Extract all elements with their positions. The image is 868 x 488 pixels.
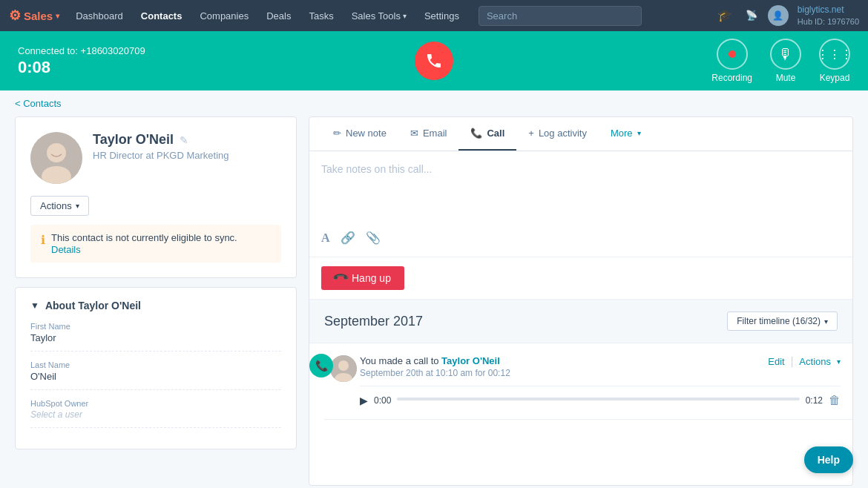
new-note-icon: ✏ — [333, 128, 341, 139]
nav-brand[interactable]: ⚙ Sales ▾ — [9, 7, 59, 24]
hang-up-phone-icon: 📞 — [332, 269, 349, 286]
sprocket-icon: ⚙ — [9, 7, 21, 24]
actions-button[interactable]: Actions ▾ — [30, 196, 89, 216]
keypad-control[interactable]: ⋮⋮⋮ Keypad — [819, 39, 850, 83]
field-hubspot-owner: HubSpot Owner Select a user — [30, 399, 281, 428]
tab-call[interactable]: 📞 Call — [458, 117, 516, 151]
timeline-edit-link[interactable]: Edit — [768, 356, 784, 367]
link-icon[interactable]: 🔗 — [341, 231, 355, 245]
hangup-button[interactable] — [415, 42, 453, 80]
keypad-label: Keypad — [820, 73, 850, 83]
tabs: ✏ New note ✉ Email 📞 Call + Log activity… — [309, 117, 852, 151]
hang-up-row: 📞 Hang up — [309, 257, 852, 300]
mute-control[interactable]: 🎙 Mute — [770, 39, 801, 83]
contact-name: Taylor O'Neil — [93, 132, 174, 148]
hang-up-button[interactable]: 📞 Hang up — [321, 266, 404, 290]
timeline-item-text: You made a call to Taylor O'Neil — [360, 355, 768, 366]
contact-info: Taylor O'Neil ✎ HR Director at PKGD Mark… — [93, 132, 281, 161]
note-textarea[interactable] — [321, 163, 841, 222]
tab-log-activity[interactable]: + Log activity — [516, 117, 599, 151]
nav-dashboard[interactable]: Dashboard — [68, 7, 131, 24]
contact-name-row: Taylor O'Neil ✎ — [93, 132, 281, 148]
audio-progress-container[interactable] — [397, 398, 799, 403]
sync-details-link[interactable]: Details — [51, 244, 81, 255]
contact-header: Taylor O'Neil ✎ HR Director at PKGD Mark… — [30, 132, 281, 184]
broadcast-icon[interactable]: 📡 — [741, 5, 762, 26]
nav-search-container — [479, 6, 642, 26]
timeline-month-label: September 2017 — [324, 314, 423, 329]
keypad-icon: ⋮⋮⋮ — [819, 39, 850, 70]
nav-contacts[interactable]: Contacts — [134, 7, 190, 24]
info-icon: ℹ — [41, 233, 45, 247]
recording-label: Recording — [711, 73, 752, 83]
nav-companies[interactable]: Companies — [192, 7, 256, 24]
call-phone: +18603020709 — [81, 45, 145, 56]
timeline-item-avatar — [330, 355, 357, 382]
last-name-value: O'Neil — [30, 371, 281, 382]
breadcrumb: < Contacts — [0, 90, 868, 116]
contact-avatar — [30, 132, 82, 184]
graduation-icon[interactable]: 🎓 — [714, 5, 735, 26]
about-header[interactable]: ▼ About Taylor O'Neil — [30, 300, 281, 311]
recording-dot — [729, 50, 736, 58]
about-chevron-icon: ▼ — [30, 300, 39, 311]
note-area: A 🔗 📎 — [309, 151, 852, 257]
field-first-name: First Name Taylor — [30, 322, 281, 352]
top-nav: ⚙ Sales ▾ Dashboard Contacts Companies D… — [0, 0, 868, 31]
email-icon: ✉ — [410, 128, 418, 139]
tab-more[interactable]: More ▾ — [599, 117, 653, 151]
timeline-item: You made a call to Taylor O'Neil Septemb… — [324, 343, 852, 420]
contact-card: Taylor O'Neil ✎ HR Director at PKGD Mark… — [15, 116, 297, 278]
audio-end-time: 0:12 — [806, 395, 823, 406]
sales-tools-chevron-icon: ▾ — [403, 12, 407, 20]
tab-new-note[interactable]: ✏ New note — [321, 117, 398, 151]
left-panel: Taylor O'Neil ✎ HR Director at PKGD Mark… — [15, 116, 297, 486]
filter-timeline-button[interactable]: Filter timeline (16/32) ▾ — [727, 311, 838, 331]
attachment-icon[interactable]: 📎 — [366, 231, 381, 245]
timeline-contact-name: Taylor O'Neil — [441, 355, 500, 366]
note-toolbar: A 🔗 📎 — [321, 225, 841, 245]
first-name-label: First Name — [30, 322, 281, 331]
breadcrumb-link[interactable]: < Contacts — [15, 98, 853, 109]
nav-settings[interactable]: Settings — [417, 7, 467, 24]
tab-email[interactable]: ✉ Email — [398, 117, 459, 151]
nav-icons: 🎓 📡 👤 biglytics.net Hub ID: 1976760 — [714, 4, 859, 27]
timeline-month-header: September 2017 Filter timeline (16/32) ▾ — [309, 300, 852, 343]
brand-label: Sales — [24, 10, 53, 22]
timeline-item-wrapper: 📞 — [324, 343, 852, 420]
call-center — [415, 42, 453, 80]
timeline-item-header: You made a call to Taylor O'Neil Septemb… — [360, 355, 841, 378]
sync-warning: ℹ This contact is not currently eligible… — [30, 225, 281, 263]
mute-label: Mute — [776, 73, 796, 83]
audio-play-icon[interactable]: ▶ — [360, 395, 368, 406]
filter-chevron-icon: ▾ — [824, 317, 828, 326]
edit-icon[interactable]: ✎ — [180, 134, 188, 146]
nav-tasks[interactable]: Tasks — [301, 7, 341, 24]
nav-sales-tools[interactable]: Sales Tools ▾ — [344, 7, 414, 24]
first-name-value: Taylor — [30, 332, 281, 343]
about-title: About Taylor O'Neil — [45, 300, 141, 311]
hubspot-owner-value: Select a user — [30, 409, 281, 420]
svg-point-1 — [47, 143, 66, 162]
user-avatar[interactable]: 👤 — [768, 5, 789, 26]
mute-icon: 🎙 — [770, 39, 801, 70]
user-info: biglytics.net Hub ID: 1976760 — [798, 4, 859, 27]
call-controls: Recording 🎙 Mute ⋮⋮⋮ Keypad — [711, 39, 850, 83]
timeline-dot-container: 📞 — [312, 354, 333, 377]
call-bar: Connected to: +18603020709 0:08 Recordin… — [0, 31, 868, 90]
right-panel: ✏ New note ✉ Email 📞 Call + Log activity… — [309, 116, 853, 486]
svg-point-4 — [338, 360, 349, 371]
nav-deals[interactable]: Deals — [259, 7, 298, 24]
text-format-icon[interactable]: A — [321, 231, 330, 245]
audio-delete-icon[interactable]: 🗑 — [829, 394, 841, 407]
brand-chevron-icon: ▾ — [56, 12, 59, 20]
field-last-name: Last Name O'Neil — [30, 360, 281, 390]
audio-start-time: 0:00 — [374, 395, 391, 406]
timeline-actions-link[interactable]: Actions — [799, 356, 831, 367]
timeline-items: 📞 — [309, 343, 852, 420]
recording-icon — [717, 39, 748, 70]
help-button[interactable]: Help — [804, 446, 853, 473]
timeline-section: September 2017 Filter timeline (16/32) ▾… — [309, 300, 852, 485]
recording-control[interactable]: Recording — [711, 39, 752, 83]
search-input[interactable] — [479, 6, 642, 26]
